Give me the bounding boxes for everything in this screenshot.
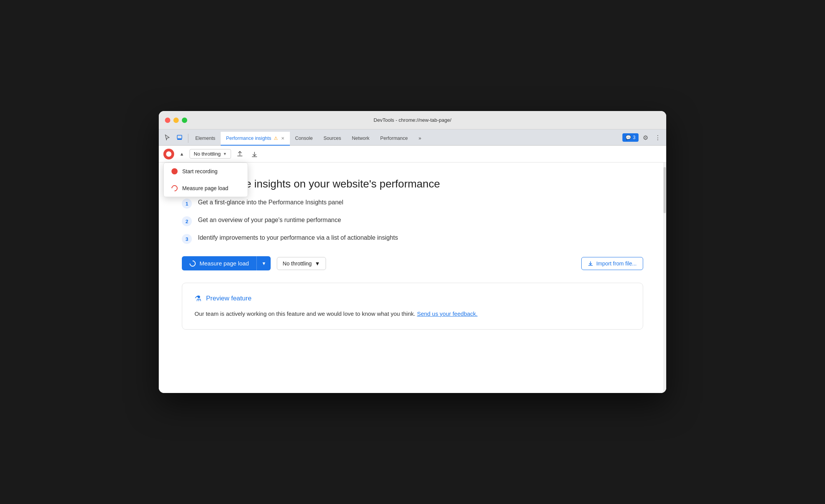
throttle-main-arrow-icon: ▼ — [315, 260, 320, 267]
devtools-window: DevTools - chrome://new-tab-page/ Elemen… — [159, 111, 666, 393]
step-text-3: Identify improvements to your performanc… — [198, 233, 398, 242]
upload-button[interactable] — [234, 148, 246, 160]
devtools-icon-group — [162, 132, 185, 145]
download-icon — [251, 151, 258, 158]
measure-page-load-button[interactable]: Measure page load — [182, 256, 256, 270]
step-3: 3 Identify improvements to your performa… — [182, 233, 643, 244]
preview-feature-title: Preview feature — [206, 295, 251, 302]
step-1: 1 Get a first-glance into the Performanc… — [182, 198, 643, 209]
tab-performance[interactable]: Performance — [375, 132, 413, 146]
feedback-button[interactable]: 💬 3 — [622, 133, 639, 142]
more-icon: ⋮ — [655, 134, 661, 141]
inspect-icon-btn[interactable] — [174, 132, 185, 143]
tab-console[interactable]: Console — [290, 132, 318, 146]
preview-feature-box: ⚗ Preview feature Our team is actively w… — [182, 283, 643, 330]
flask-icon: ⚗ — [195, 294, 201, 303]
step-2: 2 Get an overview of your page's runtime… — [182, 216, 643, 226]
import-icon — [588, 261, 593, 266]
refresh-circle-icon — [170, 184, 179, 193]
tab-sources[interactable]: Sources — [318, 132, 346, 146]
window-title: DevTools - chrome://new-tab-page/ — [374, 117, 451, 123]
record-circle-icon — [171, 168, 178, 174]
step-text-2: Get an overview of your page's runtime p… — [198, 216, 341, 225]
record-dot — [166, 151, 171, 157]
gear-icon: ⚙ — [643, 134, 648, 141]
record-button[interactable] — [163, 149, 174, 159]
dropdown-arrow-button[interactable]: ▲ — [177, 149, 186, 159]
action-button-row: Measure page load ▼ No throttling ▼ Impo… — [182, 256, 643, 270]
preview-feature-header: ⚗ Preview feature — [195, 294, 630, 303]
step-badge-2: 2 — [182, 216, 192, 226]
step-badge-1: 1 — [182, 199, 192, 209]
cursor-icon-btn[interactable] — [162, 132, 173, 143]
window-controls — [165, 118, 187, 123]
tab-close-icon[interactable]: ✕ — [281, 136, 284, 141]
more-options-button[interactable]: ⋮ — [652, 132, 663, 143]
start-recording-menu-item[interactable]: Start recording — [164, 163, 248, 180]
measure-btn-dropdown[interactable]: ▼ — [256, 256, 271, 270]
settings-button[interactable]: ⚙ — [640, 132, 651, 143]
scrollbar[interactable] — [663, 162, 666, 393]
measure-page-load-menu-item[interactable]: Measure page load — [164, 180, 248, 197]
tab-performance-insights[interactable]: Performance insights ⚠ ✕ — [221, 132, 289, 146]
tab-warning-icon: ⚠ — [274, 136, 278, 141]
tab-elements[interactable]: Elements — [190, 132, 221, 146]
measure-btn-group: Measure page load ▼ — [182, 256, 271, 270]
svg-rect-0 — [177, 135, 182, 139]
maximize-button[interactable] — [182, 118, 187, 123]
title-bar: DevTools - chrome://new-tab-page/ — [159, 111, 666, 129]
scrollbar-thumb[interactable] — [664, 167, 666, 213]
step-text-1: Get a first-glance into the Performance … — [198, 198, 343, 207]
throttle-arrow-icon: ▼ — [223, 152, 227, 156]
import-from-file-button[interactable]: Import from file... — [581, 257, 643, 270]
devtools-right-actions: 💬 3 ⚙ ⋮ — [622, 132, 663, 145]
tab-separator — [188, 134, 188, 143]
page-title: Get actionable iGet actionable insights … — [182, 178, 643, 190]
download-button[interactable] — [249, 148, 260, 160]
close-button[interactable] — [165, 118, 170, 123]
main-content: Get actionable iGet actionable insights … — [159, 162, 666, 393]
upload-icon — [236, 151, 243, 158]
devtools-tabs: Elements Performance insights ⚠ ✕ Consol… — [159, 129, 666, 146]
throttle-dropdown[interactable]: No throttling ▼ — [190, 149, 231, 159]
throttle-select-main[interactable]: No throttling ▼ — [277, 257, 326, 270]
tab-network[interactable]: Network — [346, 132, 375, 146]
svg-rect-1 — [177, 139, 182, 140]
recording-dropdown-menu: Start recording Measure page load — [163, 162, 248, 197]
step-badge-3: 3 — [182, 234, 192, 244]
chat-icon: 💬 — [625, 135, 631, 140]
performance-toolbar: ▲ No throttling ▼ Start recording — [159, 146, 666, 162]
feedback-link[interactable]: Send us your feedback. — [417, 310, 478, 317]
preview-feature-text: Our team is actively working on this fea… — [195, 309, 630, 318]
minimize-button[interactable] — [173, 118, 179, 123]
measure-refresh-icon — [188, 259, 197, 268]
inspect-icon — [176, 134, 183, 141]
tab-more[interactable]: » — [413, 132, 427, 146]
cursor-icon — [164, 134, 170, 141]
